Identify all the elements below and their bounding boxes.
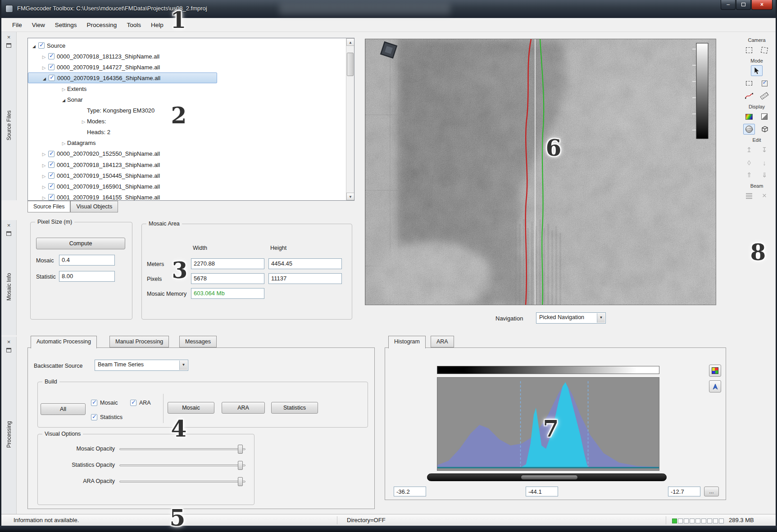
- slider-handle[interactable]: [238, 477, 243, 486]
- chevron-down-icon[interactable]: ▼: [179, 361, 187, 370]
- mosaic-opacity-slider[interactable]: [119, 448, 245, 450]
- tree-scrollbar[interactable]: ▲ ▼: [346, 38, 354, 200]
- tree-item[interactable]: Modes:: [28, 116, 346, 127]
- tree-item[interactable]: 0001_20070919_165901_ShipName.all: [28, 181, 346, 192]
- checkbox[interactable]: [48, 53, 55, 59]
- title-bar[interactable]: FMGeocoder Toolbox: C:\Users\mdoucet\FMD…: [0, 0, 777, 18]
- meters-height-input[interactable]: 4454.45: [268, 258, 342, 269]
- tree-item-selected[interactable]: 0000_20070919_164356_ShipName.all: [28, 72, 217, 83]
- mosaic-pixel-size-input[interactable]: 0.4: [59, 255, 115, 266]
- colormap-display-button[interactable]: [743, 111, 755, 122]
- camera-rotate-button[interactable]: [759, 45, 770, 55]
- pixels-width-input[interactable]: 5678: [191, 273, 264, 284]
- expander-icon[interactable]: [60, 86, 67, 92]
- close-icon[interactable]: ×: [7, 34, 11, 41]
- tree-item[interactable]: 0001_20070919_164155_ShipName.all: [28, 192, 346, 201]
- build-mosaic-button[interactable]: Mosaic: [168, 402, 214, 414]
- tree-item[interactable]: 0001_20070919_150445_ShipName.all: [28, 170, 346, 181]
- slider-handle[interactable]: [238, 445, 243, 454]
- menu-view[interactable]: View: [27, 19, 50, 31]
- expander-icon[interactable]: [31, 42, 37, 49]
- tree-item[interactable]: 0000_20070920_152550_ShipName.all: [28, 149, 346, 159]
- tab-histogram[interactable]: Histogram: [388, 336, 426, 348]
- tab-ara[interactable]: ARA: [431, 336, 454, 347]
- checkbox[interactable]: [48, 64, 55, 70]
- build-all-button[interactable]: All: [41, 403, 86, 415]
- tree-item[interactable]: Sonar: [28, 94, 346, 105]
- expander-icon[interactable]: [80, 118, 87, 125]
- wireframe-button[interactable]: [743, 124, 755, 135]
- expander-icon[interactable]: [41, 64, 47, 71]
- histogram-center-input[interactable]: -44.1: [526, 487, 558, 496]
- tree-item[interactable]: Datagrams: [28, 138, 346, 149]
- scrollbar-thumb[interactable]: [347, 53, 354, 76]
- histogram-max-input[interactable]: -12.7: [668, 487, 700, 496]
- build-ara-button[interactable]: ARA: [222, 402, 265, 414]
- beam-layers-button[interactable]: [743, 190, 755, 201]
- expander-icon[interactable]: [41, 162, 47, 168]
- shading-button[interactable]: [759, 111, 770, 122]
- erase-button[interactable]: ◊: [743, 157, 755, 168]
- checkbox[interactable]: [48, 194, 55, 200]
- statistics-checkbox[interactable]: [91, 414, 97, 420]
- expander-icon[interactable]: [41, 75, 48, 81]
- checkbox[interactable]: [49, 75, 55, 81]
- backscatter-source-dropdown[interactable]: Beam Time Series ▼: [95, 360, 188, 371]
- menu-help[interactable]: Help: [146, 19, 168, 31]
- chevron-down-icon[interactable]: ▼: [597, 313, 605, 323]
- beam-delete-button[interactable]: ×: [759, 190, 770, 201]
- checkbox[interactable]: [48, 151, 55, 157]
- tree-item[interactable]: Extents: [28, 83, 346, 94]
- select-mode-button[interactable]: [751, 65, 763, 76]
- maximize-button[interactable]: [736, 0, 751, 10]
- tree-item[interactable]: Source: [28, 40, 346, 51]
- ara-checkbox[interactable]: [130, 400, 136, 406]
- dock-tab-processing[interactable]: Processing: [6, 352, 12, 514]
- statistics-opacity-slider[interactable]: [119, 464, 245, 466]
- camera-pan-button[interactable]: [743, 45, 755, 55]
- shift-up-button[interactable]: ↥: [743, 144, 755, 155]
- shift-down-button[interactable]: ↧: [759, 144, 770, 155]
- measure-button[interactable]: [759, 90, 770, 101]
- expander-icon[interactable]: [60, 96, 67, 103]
- menu-settings[interactable]: Settings: [50, 19, 82, 31]
- pin-icon[interactable]: [6, 43, 11, 48]
- minimize-button[interactable]: –: [721, 0, 736, 10]
- pin-icon[interactable]: [6, 231, 11, 236]
- tree-item[interactable]: Type: Kongsberg EM3020: [28, 105, 346, 116]
- scroll-up-icon[interactable]: ▲: [346, 38, 354, 46]
- colormap-button[interactable]: [709, 365, 721, 377]
- checkbox[interactable]: [48, 172, 55, 179]
- insert-button[interactable]: ↓: [759, 157, 770, 168]
- mosaic-checkbox[interactable]: [91, 400, 97, 406]
- lower-button[interactable]: ⇓: [759, 170, 770, 180]
- tab-messages[interactable]: Messages: [179, 336, 217, 347]
- expander-icon[interactable]: [41, 194, 47, 201]
- statistic-pixel-size-input[interactable]: 8.00: [59, 271, 115, 282]
- close-icon[interactable]: ×: [7, 222, 11, 229]
- expander-icon[interactable]: [41, 172, 47, 179]
- checkbox[interactable]: [48, 162, 55, 168]
- edit-navigation-button[interactable]: [743, 90, 755, 101]
- tree-item[interactable]: Heads: 2: [28, 127, 346, 138]
- tree-item[interactable]: 0000_20070919_144727_ShipName.all: [28, 62, 346, 72]
- ara-opacity-slider[interactable]: [119, 481, 245, 482]
- tab-visual-objects[interactable]: Visual Objects: [70, 201, 118, 212]
- more-options-button[interactable]: ...: [704, 487, 719, 496]
- raise-button[interactable]: ⇑: [743, 170, 755, 180]
- histogram-range-slider[interactable]: [427, 473, 667, 481]
- checkbox[interactable]: [38, 42, 45, 49]
- dock-tab-source-files[interactable]: Source Files: [6, 48, 12, 200]
- expander-icon[interactable]: [41, 150, 47, 157]
- build-statistics-button[interactable]: Statistics: [271, 402, 318, 414]
- expander-icon[interactable]: [41, 53, 47, 60]
- range-slider-segment[interactable]: [521, 475, 578, 480]
- scroll-down-icon[interactable]: ▼: [346, 193, 354, 200]
- tab-automatic-processing[interactable]: Automatic Processing: [31, 336, 97, 348]
- navigation-dropdown[interactable]: Picked Navigation ▼: [536, 312, 606, 324]
- slider-handle[interactable]: [238, 461, 243, 470]
- pick-value-button[interactable]: [709, 380, 721, 392]
- menu-file[interactable]: File: [7, 19, 27, 31]
- rect-select-button[interactable]: [743, 78, 755, 89]
- expander-icon[interactable]: [41, 183, 47, 190]
